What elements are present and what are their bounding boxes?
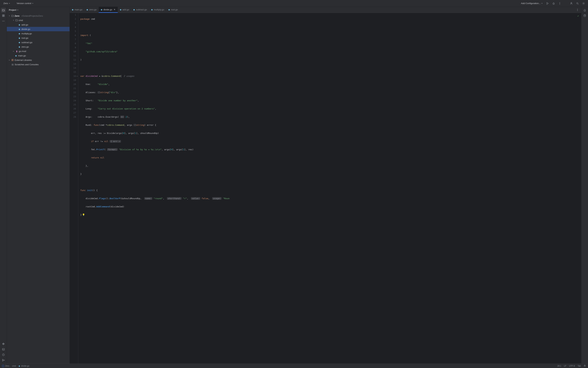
notifications-tool-button[interactable] [582, 8, 587, 13]
project-panel: Project ▾ ▾ Zero ~/GolandProjects/Zero ▾ [7, 7, 70, 364]
code-with-me-button[interactable] [569, 1, 574, 6]
project-panel-title: Project [9, 9, 16, 11]
tab-label: divide.go [104, 8, 112, 11]
run-button[interactable] [545, 1, 550, 6]
intention-bulb-icon[interactable]: 💡 [82, 213, 85, 216]
tree-file-label: divide.go [21, 28, 30, 30]
code-editor[interactable]: ✔ 123 456 789 101112 131415 161920 21222… [70, 13, 581, 364]
svg-rect-14 [2, 349, 4, 350]
settings-button[interactable] [581, 1, 586, 6]
database-tool-button[interactable] [582, 13, 587, 18]
usages-hint[interactable]: 2 usages [124, 75, 134, 77]
project-panel-header[interactable]: Project ▾ [7, 7, 70, 13]
expand-arrow-icon: ▸ [8, 59, 10, 61]
tab-root[interactable]: ◆ root.go [166, 7, 180, 13]
tree-file-divide[interactable]: ◆ divide.go [7, 27, 70, 31]
chevron-down-icon: ▾ [9, 2, 10, 4]
param-hint: n: [120, 116, 124, 118]
svg-point-4 [571, 2, 572, 3]
problems-tool-button[interactable] [1, 352, 6, 357]
tree-file-gomod[interactable]: ▸ ▮ go.mod [7, 49, 70, 53]
more-actions-button[interactable] [557, 1, 562, 6]
tree-root[interactable]: ▾ Zero ~/GolandProjects/Zero [7, 14, 70, 18]
scratches-icon: ▤ [11, 63, 14, 66]
svg-rect-7 [2, 15, 3, 16]
git-tool-button[interactable] [1, 358, 6, 363]
breadcrumb-item: Zero [5, 365, 9, 367]
tree-file-add[interactable]: ◆ add.go [7, 22, 70, 27]
param-hint: shorthand: [167, 197, 181, 200]
tab-label: zero.go [89, 8, 96, 11]
tree-folder-label: cmd [19, 19, 23, 22]
tree-file-label: root.go [21, 37, 28, 39]
project-selector[interactable]: Zero ▾ [2, 1, 11, 5]
svg-rect-9 [2, 16, 3, 17]
tree-file-multiply[interactable]: ◆ multiply.go [7, 31, 70, 36]
go-file-icon: ◆ [151, 8, 153, 11]
go-file-icon: ◆ [101, 8, 102, 11]
svg-point-5 [577, 2, 578, 4]
tree-file-zero[interactable]: ◆ zero.go [7, 45, 70, 49]
structure-tool-button[interactable] [1, 13, 6, 18]
project-tool-button[interactable] [1, 8, 6, 13]
svg-point-1 [560, 2, 560, 3]
tree-file-subtract[interactable]: ◆ subtract.go [7, 40, 70, 45]
breadcrumb[interactable]: Zero › cmd › ◆ divide.go [2, 365, 29, 367]
svg-point-12 [3, 21, 4, 21]
svg-point-2 [560, 3, 560, 4]
services-tool-button[interactable] [1, 341, 6, 346]
tab-add[interactable]: ◆ add.go [118, 7, 131, 13]
chevron-down-icon: ▾ [17, 9, 18, 11]
tab-label: multiply.go [154, 8, 164, 11]
debug-button[interactable] [551, 1, 556, 6]
tab-subtract[interactable]: ◆ subtract.go [131, 7, 149, 13]
readonly-lock-icon[interactable] [584, 364, 586, 367]
line-separator[interactable]: LF [564, 365, 566, 367]
editor-area: ◆ main.go ◆ zero.go ◆ divide.go ✕ ◆ add.… [70, 7, 581, 364]
top-toolbar: Zero ▾ Version control ▾ Add Configurati… [0, 0, 588, 7]
go-file-icon: ◆ [168, 8, 170, 11]
tree-folder-cmd[interactable]: ▾ cmd [7, 18, 70, 22]
tab-main[interactable]: ◆ main.go [70, 7, 84, 13]
vcs-selector[interactable]: Version control ▾ [15, 1, 35, 5]
more-tool-button[interactable] [1, 19, 6, 23]
go-file-icon: ◆ [15, 54, 17, 57]
go-file-icon: ◆ [120, 8, 122, 11]
run-configuration-selector[interactable]: Add Configuration... ▾ [520, 1, 544, 5]
tree-external-libraries[interactable]: ▸ External Libraries [7, 58, 70, 62]
tree-scratches[interactable]: ▤ Scratches and Consoles [7, 62, 70, 67]
go-file-icon: ◆ [18, 41, 21, 44]
tree-file-root[interactable]: ◆ root.go [7, 36, 70, 40]
folded-block[interactable]: { err ↗ [110, 140, 121, 143]
tree-file-main[interactable]: ◆ main.go [7, 53, 70, 58]
folder-icon [11, 14, 14, 17]
terminal-tool-button[interactable] [1, 347, 6, 352]
code-content[interactable]: package cmd import ( "fmt" "github.com/s… [78, 13, 581, 364]
svg-point-21 [577, 10, 578, 11]
tab-zero[interactable]: ◆ zero.go [84, 7, 98, 13]
tab-label: add.go [123, 8, 129, 11]
file-encoding[interactable]: UTF-8 [569, 365, 575, 367]
param-hint: name: [144, 197, 152, 200]
close-tab-button[interactable]: ✕ [113, 8, 116, 11]
tabs-more-button[interactable] [575, 8, 580, 12]
go-file-icon: ◆ [18, 32, 21, 35]
go-file-icon: ◆ [18, 23, 21, 26]
go-file-icon: ◆ [133, 8, 135, 11]
go-file-icon: ◆ [18, 37, 21, 39]
left-tool-strip [0, 7, 7, 364]
project-tree: ▾ Zero ~/GolandProjects/Zero ▾ cmd [7, 13, 70, 364]
svg-rect-8 [4, 15, 4, 16]
svg-point-13 [4, 21, 4, 21]
tab-label: main.go [75, 8, 82, 11]
indent-mode[interactable]: Tab [578, 365, 581, 367]
search-button[interactable] [575, 1, 580, 6]
go-file-icon: ◆ [18, 45, 21, 48]
caret-position[interactable]: 28:1 [557, 365, 561, 367]
svg-point-19 [577, 9, 578, 9]
tab-divide[interactable]: ◆ divide.go ✕ [99, 7, 118, 13]
tab-multiply[interactable]: ◆ multiply.go [149, 7, 166, 13]
go-file-icon: ◆ [19, 365, 20, 367]
svg-point-0 [553, 3, 554, 4]
breadcrumb-item: divide.go [21, 365, 29, 367]
